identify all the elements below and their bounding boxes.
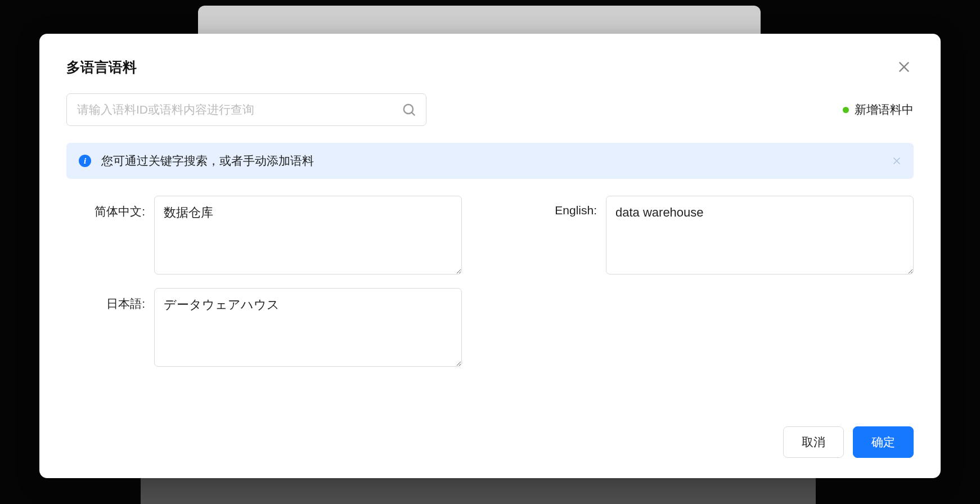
confirm-button[interactable]: 确定 bbox=[853, 426, 914, 458]
multilingual-corpus-modal: 多语言语料 新增语料中 i 您可通过关键字搜索，或者手动添加语料 bbox=[39, 34, 941, 478]
modal-footer: 取消 确定 bbox=[66, 426, 914, 458]
cancel-button[interactable]: 取消 bbox=[783, 426, 844, 458]
field-label-zh: 简体中文: bbox=[66, 196, 145, 219]
status-dot-icon bbox=[843, 107, 849, 113]
alert-close-button[interactable] bbox=[891, 155, 902, 166]
status-indicator: 新增语料中 bbox=[843, 102, 914, 118]
form-grid: 简体中文: English: 日本語: bbox=[66, 196, 914, 367]
status-text: 新增语料中 bbox=[855, 102, 914, 118]
toolbar-row: 新增语料中 bbox=[66, 93, 914, 126]
field-japanese: 日本語: bbox=[66, 288, 462, 367]
empty-cell bbox=[518, 288, 914, 367]
close-icon bbox=[891, 155, 902, 166]
search-wrapper bbox=[66, 93, 426, 126]
info-alert-text: 您可通过关键字搜索，或者手动添加语料 bbox=[101, 153, 314, 169]
close-button[interactable] bbox=[894, 57, 914, 76]
field-label-ja: 日本語: bbox=[66, 288, 145, 312]
field-english: English: bbox=[518, 196, 914, 274]
field-simplified-chinese: 简体中文: bbox=[66, 196, 462, 274]
textarea-simplified-chinese[interactable] bbox=[154, 196, 462, 274]
textarea-japanese[interactable] bbox=[154, 288, 462, 367]
search-input[interactable] bbox=[66, 93, 426, 126]
modal-header: 多语言语料 bbox=[66, 57, 914, 76]
modal-title: 多语言语料 bbox=[66, 58, 137, 76]
textarea-english[interactable] bbox=[606, 196, 914, 274]
info-alert: i 您可通过关键字搜索，或者手动添加语料 bbox=[66, 143, 914, 179]
field-label-en: English: bbox=[518, 196, 597, 217]
info-icon: i bbox=[79, 155, 91, 167]
close-icon bbox=[897, 60, 911, 74]
